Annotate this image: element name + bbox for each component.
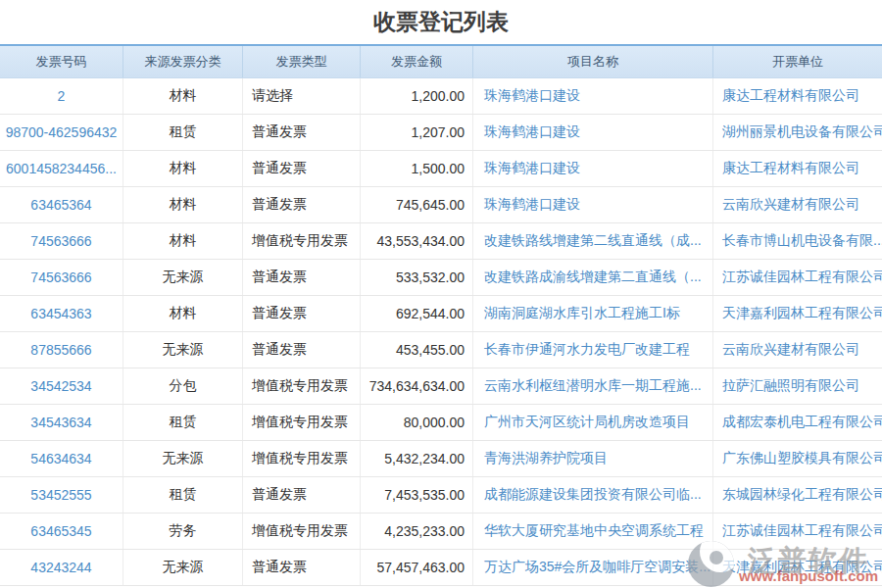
table-row: 63465364材料普通发票745,645.00珠海鹤港口建设云南欣兴建材有限公… [0, 187, 882, 223]
source-category-text: 材料 [123, 187, 243, 222]
project-name-link[interactable]: 珠海鹤港口建设 [473, 187, 713, 222]
billing-unit-link[interactable]: 江苏诚佳园林工程有限公司 [713, 514, 882, 549]
column-header-invoice-type: 发票类型 [243, 46, 361, 77]
billing-unit-link[interactable]: 云南欣兴建材有限公司 [713, 187, 882, 222]
source-category-text: 无来源 [123, 260, 243, 295]
billing-unit-link[interactable]: 长春市博山机电设备有限... [713, 223, 882, 259]
billing-unit-link[interactable]: 拉萨汇融照明有限公司 [713, 368, 882, 404]
column-header-source-category: 来源发票分类 [123, 46, 243, 77]
table-row: 2材料请选择1,200.00珠海鹤港口建设康达工程材料有限公司 [0, 78, 882, 115]
invoice-number-link[interactable]: 43243244 [0, 550, 123, 585]
source-category-text: 材料 [123, 296, 243, 331]
project-name-link[interactable]: 青海洪湖养护院项目 [473, 441, 713, 476]
table-row: 54634634无来源增值税专用发票5,432,234.00青海洪湖养护院项目广… [0, 441, 882, 477]
page-title: 收票登记列表 [0, 0, 882, 44]
invoice-amount-text: 453,455.00 [361, 332, 473, 368]
invoice-number-link[interactable]: 98700-462596432 [0, 115, 123, 150]
source-category-text: 分包 [123, 368, 243, 404]
invoice-type-text: 增值税专用发票 [243, 441, 361, 476]
invoice-type-text: 普通发票 [243, 296, 361, 331]
project-name-link[interactable]: 改建铁路线增建第二线直通线（成... [473, 223, 713, 259]
invoice-amount-text: 1,500.00 [361, 151, 473, 186]
invoice-number-link[interactable]: 2 [0, 78, 123, 114]
invoice-amount-text: 57,457,463.00 [361, 550, 473, 585]
invoice-amount-text: 80,000.00 [361, 405, 473, 440]
source-category-text: 材料 [123, 223, 243, 259]
source-category-text: 租赁 [123, 477, 243, 513]
table-row: 43243244无来源普通发票57,457,463.00万达广场35#会所及咖啡… [0, 550, 882, 586]
source-category-text: 劳务 [123, 514, 243, 549]
receipt-table: 发票号码 来源发票分类 发票类型 发票金额 项目名称 开票单位 2材料请选择1,… [0, 44, 882, 586]
source-category-text: 无来源 [123, 332, 243, 368]
invoice-amount-text: 533,532.00 [361, 260, 473, 295]
billing-unit-link[interactable]: 江苏诚佳园林工程有限公司 [713, 260, 882, 295]
project-name-link[interactable]: 珠海鹤港口建设 [473, 115, 713, 150]
table-row: 34542534分包增值税专用发票734,634,634.00云南水利枢纽潜明水… [0, 368, 882, 405]
invoice-number-link[interactable]: 34542534 [0, 368, 123, 404]
invoice-amount-text: 7,453,535.00 [361, 477, 473, 513]
invoice-type-text: 普通发票 [243, 550, 361, 585]
table-row: 6001458234456...材料普通发票1,500.00珠海鹤港口建设康达工… [0, 151, 882, 187]
invoice-amount-text: 43,553,434.00 [361, 223, 473, 259]
invoice-type-text: 普通发票 [243, 332, 361, 368]
invoice-number-link[interactable]: 87855666 [0, 332, 123, 368]
column-header-invoice-amount: 发票金额 [361, 46, 473, 77]
source-category-text: 材料 [123, 151, 243, 186]
invoice-number-link[interactable]: 34543634 [0, 405, 123, 440]
billing-unit-link[interactable]: 康达工程材料有限公司 [713, 151, 882, 186]
source-category-text: 租赁 [123, 405, 243, 440]
invoice-type-text: 普通发票 [243, 115, 361, 150]
invoice-type-text: 普通发票 [243, 151, 361, 186]
invoice-number-link[interactable]: 6001458234456... [0, 151, 123, 186]
source-category-text: 租赁 [123, 115, 243, 150]
billing-unit-link[interactable]: 云南欣兴建材有限公司 [713, 332, 882, 368]
invoice-amount-text: 745,645.00 [361, 187, 473, 222]
billing-unit-link[interactable]: 成都宏泰机电工程有限公司 [713, 405, 882, 440]
invoice-type-text: 普通发票 [243, 187, 361, 222]
source-category-text: 无来源 [123, 550, 243, 585]
project-name-link[interactable]: 云南水利枢纽潜明水库一期工程施... [473, 368, 713, 404]
project-name-link[interactable]: 成都能源建设集团投资有限公司临... [473, 477, 713, 513]
project-name-link[interactable]: 广州市天河区统计局机房改造项目 [473, 405, 713, 440]
invoice-type-text: 增值税专用发票 [243, 405, 361, 440]
column-header-project-name: 项目名称 [473, 46, 713, 77]
table-header-row: 发票号码 来源发票分类 发票类型 发票金额 项目名称 开票单位 [0, 46, 882, 78]
project-name-link[interactable]: 湖南洞庭湖水库引水工程施工I标 [473, 296, 713, 331]
source-category-text: 无来源 [123, 441, 243, 476]
table-row: 74563666材料增值税专用发票43,553,434.00改建铁路线增建第二线… [0, 223, 882, 260]
receipt-registration-page: 收票登记列表 发票号码 来源发票分类 发票类型 发票金额 项目名称 开票单位 2… [0, 0, 882, 586]
billing-unit-link[interactable]: 广东佛山塑胶模具有限公司 [713, 441, 882, 476]
invoice-type-text: 普通发票 [243, 477, 361, 513]
project-name-link[interactable]: 珠海鹤港口建设 [473, 151, 713, 186]
invoice-number-link[interactable]: 74563666 [0, 223, 123, 259]
billing-unit-link[interactable]: 康达工程材料有限公司 [713, 78, 882, 114]
project-name-link[interactable]: 华软大厦研究基地中央空调系统工程 [473, 514, 713, 549]
invoice-number-link[interactable]: 63454363 [0, 296, 123, 331]
table-row: 87855666无来源普通发票453,455.00长春市伊通河水力发电厂改建工程… [0, 332, 882, 368]
invoice-number-link[interactable]: 63465364 [0, 187, 123, 222]
invoice-number-link[interactable]: 74563666 [0, 260, 123, 295]
project-name-link[interactable]: 长春市伊通河水力发电厂改建工程 [473, 332, 713, 368]
table-row: 74563666无来源普通发票533,532.00改建铁路成渝线增建第二直通线（… [0, 260, 882, 296]
invoice-number-link[interactable]: 54634634 [0, 441, 123, 476]
project-name-link[interactable]: 珠海鹤港口建设 [473, 78, 713, 114]
invoice-type-text: 增值税专用发票 [243, 223, 361, 259]
column-header-invoice-number: 发票号码 [0, 46, 123, 77]
billing-unit-link[interactable]: 天津嘉利园林工程有限公司 [713, 296, 882, 331]
invoice-number-link[interactable]: 63465345 [0, 514, 123, 549]
invoice-amount-text: 4,235,233.00 [361, 514, 473, 549]
table-body: 2材料请选择1,200.00珠海鹤港口建设康达工程材料有限公司98700-462… [0, 78, 882, 586]
table-row: 53452555租赁普通发票7,453,535.00成都能源建设集团投资有限公司… [0, 477, 882, 514]
project-name-link[interactable]: 万达广场35#会所及咖啡厅空调安装... [473, 550, 713, 585]
billing-unit-link[interactable]: 天津嘉利园林工程有限公司 [713, 550, 882, 585]
invoice-amount-text: 692,544.00 [361, 296, 473, 331]
invoice-amount-text: 1,200.00 [361, 78, 473, 114]
project-name-link[interactable]: 改建铁路成渝线增建第二直通线（... [473, 260, 713, 295]
invoice-number-link[interactable]: 53452555 [0, 477, 123, 513]
billing-unit-link[interactable]: 东城园林绿化工程有限公司 [713, 477, 882, 513]
invoice-amount-text: 734,634,634.00 [361, 368, 473, 404]
billing-unit-link[interactable]: 湖州丽景机电设备有限公司 [713, 115, 882, 150]
table-row: 63465345劳务增值税专用发票4,235,233.00华软大厦研究基地中央空… [0, 514, 882, 550]
source-category-text: 材料 [123, 78, 243, 114]
invoice-type-text: 增值税专用发票 [243, 368, 361, 404]
